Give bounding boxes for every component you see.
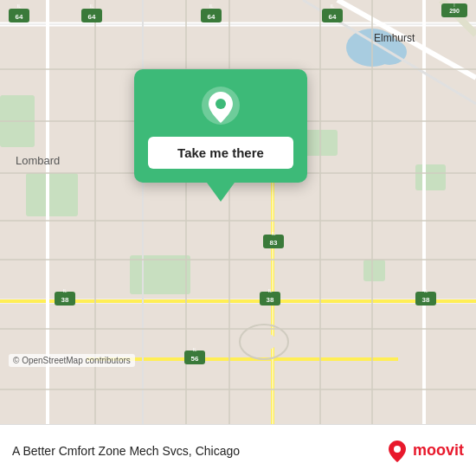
- svg-rect-6: [363, 260, 385, 281]
- location-pin-icon: [200, 85, 241, 126]
- svg-text:I: I: [453, 3, 454, 8]
- map-attribution: © OpenStreetMap contributors: [9, 354, 135, 367]
- svg-text:64: 64: [208, 13, 215, 21]
- svg-rect-5: [415, 164, 446, 190]
- svg-text:IL: IL: [16, 3, 22, 9]
- svg-text:Elmhurst: Elmhurst: [374, 32, 415, 44]
- popup-box: Take me there: [134, 69, 307, 183]
- popup-tail: [207, 183, 235, 202]
- take-me-there-button[interactable]: Take me there: [148, 137, 293, 169]
- svg-text:38: 38: [61, 296, 69, 304]
- svg-text:IL: IL: [89, 3, 94, 9]
- location-popup: Take me there: [134, 69, 307, 202]
- svg-text:IL: IL: [271, 231, 276, 236]
- moovit-logo: moovit: [385, 439, 464, 463]
- place-name: A Better Cmfort Zone Mech Svcs, Chicago: [12, 444, 240, 458]
- map-container: 64 IL 64 IL 64 IL 64 IL 290 I Elmhurst L…: [0, 0, 476, 424]
- svg-point-70: [215, 99, 226, 109]
- svg-text:IL: IL: [423, 288, 428, 293]
- svg-point-71: [394, 446, 401, 453]
- bottom-bar: A Better Cmfort Zone Mech Svcs, Chicago …: [0, 424, 476, 476]
- svg-text:Lombard: Lombard: [16, 154, 60, 167]
- svg-text:IL: IL: [209, 3, 214, 9]
- svg-text:38: 38: [422, 296, 430, 304]
- svg-text:IL: IL: [192, 347, 197, 352]
- svg-text:64: 64: [16, 13, 23, 21]
- svg-text:IL: IL: [267, 288, 273, 293]
- svg-text:64: 64: [329, 13, 337, 21]
- svg-point-36: [251, 333, 277, 351]
- svg-text:56: 56: [191, 355, 199, 363]
- svg-text:IL: IL: [62, 288, 68, 293]
- svg-text:83: 83: [270, 239, 278, 247]
- svg-text:64: 64: [88, 13, 96, 21]
- svg-text:IL: IL: [330, 3, 335, 9]
- moovit-text: moovit: [413, 441, 464, 460]
- svg-rect-3: [130, 255, 190, 294]
- svg-rect-2: [26, 173, 78, 216]
- moovit-icon: [385, 439, 409, 463]
- svg-text:38: 38: [267, 296, 274, 304]
- svg-text:290: 290: [449, 8, 460, 14]
